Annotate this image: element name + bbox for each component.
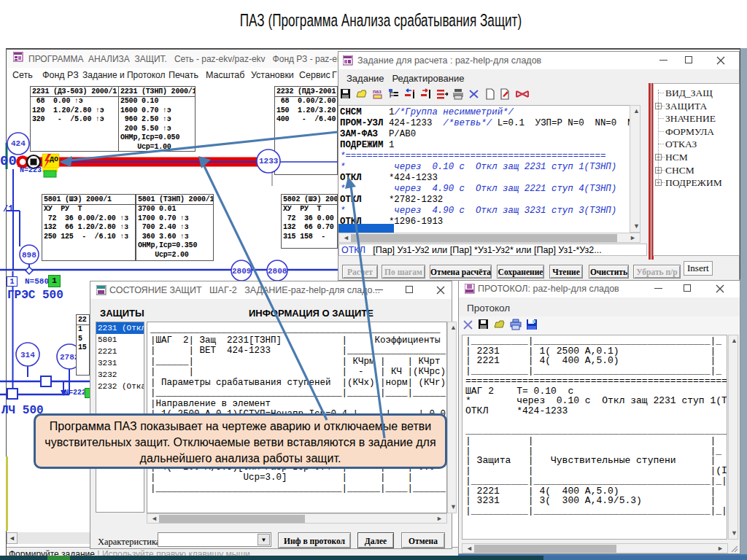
svg-text:паз: паз <box>373 89 382 94</box>
